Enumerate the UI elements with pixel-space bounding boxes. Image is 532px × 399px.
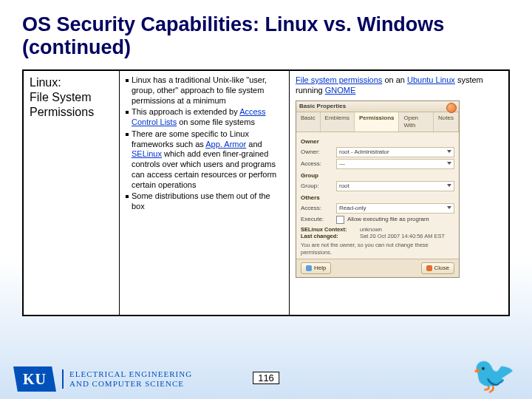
bullet-icon [126, 133, 129, 136]
bullet-2: This approach is extended by Access Cont… [126, 107, 283, 128]
execute-row: Execute: Allow executing file as program [301, 216, 454, 224]
close-icon[interactable] [446, 103, 457, 113]
help-icon [306, 265, 312, 271]
caption-link-1[interactable]: File system permissions [296, 75, 382, 84]
content-table: Linux: File System Permissions Linux has… [22, 69, 510, 316]
bullet-icon [126, 111, 129, 114]
ku-logo: ELECTRICAL ENGINEERING AND COMPUTER SCIE… [13, 366, 192, 392]
bullet-icon [126, 79, 129, 82]
close-icon [426, 265, 432, 271]
tab-permissions[interactable]: Permissions [355, 112, 400, 132]
topic-line-3: Permissions [30, 105, 113, 120]
tab-notes[interactable]: Notes [434, 112, 459, 132]
selinux-link[interactable]: SELinux [132, 149, 162, 158]
bullet-2-text: This approach is extended by Access Cont… [132, 107, 283, 128]
topic-cell: Linux: File System Permissions [24, 71, 120, 315]
bullet-1: Linux has a traditional Unix-like "user,… [126, 75, 283, 106]
bullets-cell: Linux has a traditional Unix-like "user,… [120, 71, 290, 315]
group-label: Group: [301, 183, 336, 190]
apparmor-link[interactable]: App. Armor [205, 140, 246, 149]
owner-select[interactable]: root - Administrator [336, 147, 454, 157]
execute-text: Allow executing file as program [347, 216, 429, 223]
group-select[interactable]: root [336, 181, 454, 191]
screenshot: Basic Properties Basic Emblems Permissio… [296, 100, 460, 279]
execute-checkbox[interactable] [336, 216, 344, 224]
slide: OS Security Capabilities: Linux vs. Wind… [0, 0, 532, 399]
others-access-label: Access: [301, 205, 336, 212]
window-title-text: Basic Properties [299, 103, 346, 109]
department-name: ELECTRICAL ENGINEERING AND COMPUTER SCIE… [62, 369, 192, 389]
jayhawk-mascot-icon: 🐦 [471, 358, 516, 393]
caption-link-2[interactable]: Ubuntu Linux [407, 75, 455, 84]
bullet-icon [126, 195, 129, 198]
bullet-4: Some distributions use them out of the b… [126, 191, 283, 212]
slide-title: OS Security Capabilities: Linux vs. Wind… [22, 13, 510, 59]
owner-header: Owner [301, 138, 454, 146]
last-changed-label: Last changed: [301, 233, 360, 239]
window-titlebar: Basic Properties [296, 101, 459, 112]
selinux-value: unknown [360, 226, 382, 233]
bullet-3-text: There are some specific to Linux framewo… [132, 129, 283, 191]
tab-open-with[interactable]: Open With [399, 112, 434, 132]
tab-basic[interactable]: Basic [296, 112, 321, 132]
permission-note: You are not the owner, so you can not ch… [301, 242, 454, 256]
tab-strip: Basic Emblems Permissions Open With Note… [296, 112, 459, 132]
footer-logos: ELECTRICAL ENGINEERING AND COMPUTER SCIE… [13, 366, 192, 392]
owner-access-select[interactable]: --- [336, 159, 454, 169]
bullet-3: There are some specific to Linux framewo… [126, 129, 283, 191]
execute-label: Execute: [301, 216, 336, 223]
group-header: Group [301, 172, 454, 180]
topic-line-2: File System [30, 90, 113, 105]
tab-emblems[interactable]: Emblems [321, 112, 355, 132]
caption-link-3[interactable]: GNOME [325, 86, 356, 95]
close-button[interactable]: Close [421, 262, 454, 274]
permissions-panel: Owner Owner: root - Administrator Access… [296, 132, 459, 259]
others-access-select[interactable]: Read-only [336, 203, 454, 214]
page-number: 116 [253, 372, 279, 384]
topic-line-1: Linux: [30, 75, 113, 90]
owner-label: Owner: [301, 149, 336, 156]
dialog-footer: Help Close [296, 259, 459, 277]
last-changed-value: Sat 20 Oct 2007 14:40:56 AM EST [360, 233, 445, 239]
access-label: Access: [301, 160, 336, 168]
others-header: Others [301, 194, 454, 202]
figure-caption: File system permissions on an Ubuntu Lin… [296, 75, 502, 96]
help-button[interactable]: Help [301, 262, 331, 274]
bullet-4-text: Some distributions use them out of the b… [132, 191, 283, 212]
ku-mark-icon [13, 366, 56, 392]
figure-cell: File system permissions on an Ubuntu Lin… [290, 71, 508, 315]
selinux-label: SELinux Context: [301, 226, 360, 233]
bullet-1-text: Linux has a traditional Unix-like "user,… [132, 75, 283, 106]
